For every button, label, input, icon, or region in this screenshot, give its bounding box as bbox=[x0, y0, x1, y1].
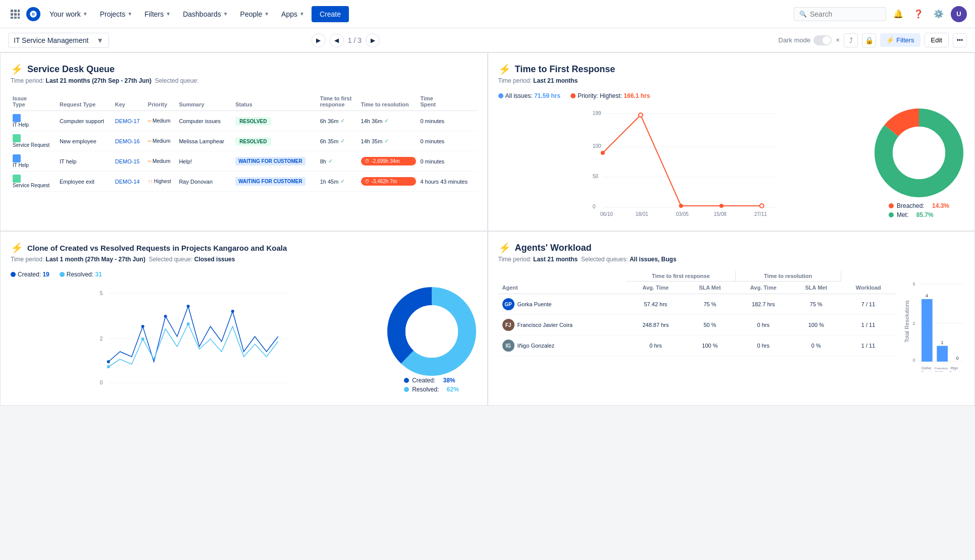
sla-resolution-cell: 0 % bbox=[792, 335, 841, 356]
bar-chart-svg: 5 2 0 4 1 bbox=[912, 271, 964, 372]
key-cell: DEMO-15 bbox=[113, 151, 146, 172]
donut-chart bbox=[874, 107, 964, 198]
met-legend-item: Met: 85.7% bbox=[889, 211, 949, 218]
priority-icon: ═ bbox=[148, 158, 151, 164]
priority-cell: ═ Medium bbox=[146, 151, 177, 172]
svg-rect-8 bbox=[18, 17, 20, 19]
nav-people[interactable]: People ▼ bbox=[235, 7, 275, 21]
project-name: IT Service Management bbox=[14, 36, 88, 44]
sla-resolution-cell: 100 % bbox=[792, 315, 841, 335]
logo[interactable] bbox=[26, 7, 40, 21]
svg-text:Iñigo: Iñigo bbox=[950, 366, 958, 370]
donut-legend: Breached: 14.3% Met: 85.7% bbox=[889, 202, 949, 220]
create-button[interactable]: Create bbox=[312, 6, 349, 22]
issue-key-link[interactable]: DEMO-16 bbox=[115, 138, 140, 144]
clone-panel-subtitle: Time period: Last 1 month (27th May - 27… bbox=[11, 256, 477, 263]
nav-filters[interactable]: Filters ▼ bbox=[139, 7, 176, 21]
agent-cell: FJ Francisco Javier Coira bbox=[498, 315, 627, 335]
priority-icon: ═ bbox=[148, 138, 151, 144]
clock-icon: ⏱ bbox=[365, 179, 370, 184]
resolved-dot bbox=[60, 272, 65, 277]
grid-menu-icon[interactable] bbox=[8, 7, 22, 21]
search-box[interactable]: 🔍 bbox=[794, 7, 886, 21]
nav-apps[interactable]: Apps ▼ bbox=[276, 7, 310, 21]
issue-icon bbox=[13, 154, 21, 162]
time-resolution-breach: ⏱-3,462h 7m bbox=[361, 177, 417, 186]
service-desk-table-wrap: IssueType Request Type Key Priority Summ… bbox=[11, 92, 477, 192]
dark-mode-switch[interactable] bbox=[813, 35, 832, 45]
svg-text:18/01: 18/01 bbox=[635, 211, 648, 217]
chevron-down-icon: ▼ bbox=[264, 11, 269, 17]
more-options-button[interactable]: ••• bbox=[953, 33, 967, 47]
time-first-response-title: ⚡ Time to First Response bbox=[498, 63, 965, 75]
issue-type-label: Service Request bbox=[13, 142, 49, 148]
issue-key-link[interactable]: DEMO-14 bbox=[115, 179, 140, 185]
time-first-response: 8h ✓ bbox=[320, 158, 357, 164]
svg-point-21 bbox=[759, 204, 763, 208]
legend-red-dot bbox=[571, 93, 576, 98]
check-icon: ✓ bbox=[340, 138, 345, 144]
prev-page-button[interactable]: ◀ bbox=[330, 33, 344, 47]
legend-resolved: Resolved: 31 bbox=[60, 271, 102, 278]
legend-blue-dot bbox=[498, 93, 503, 98]
check-icon: ✓ bbox=[328, 158, 333, 164]
search-input[interactable] bbox=[810, 10, 881, 18]
svg-point-36 bbox=[107, 360, 110, 363]
lock-icon[interactable]: 🔒 bbox=[862, 33, 876, 47]
svg-point-38 bbox=[164, 315, 167, 318]
svg-point-40 bbox=[231, 310, 234, 313]
col-workload: Workload bbox=[841, 271, 896, 294]
col-status: Status bbox=[233, 92, 318, 111]
summary-cell: Help! bbox=[177, 151, 233, 172]
lightning-icon: ⚡ bbox=[11, 63, 23, 75]
service-desk-title: ⚡ Service Desk Queue bbox=[11, 63, 477, 75]
svg-text:0: 0 bbox=[956, 356, 959, 361]
line-chart: 199 100 50 0 bbox=[498, 107, 864, 220]
agents-table: Agent Time to first response Time to res… bbox=[498, 271, 896, 356]
share-icon[interactable]: ⤴ bbox=[844, 33, 858, 47]
svg-point-19 bbox=[679, 204, 683, 208]
svg-text:1: 1 bbox=[941, 340, 943, 345]
settings-icon[interactable]: ⚙️ bbox=[931, 6, 947, 22]
svg-text:Puente: Puente bbox=[921, 371, 933, 372]
help-icon[interactable]: ❓ bbox=[910, 6, 927, 22]
agent-cell: GP Gorka Puente bbox=[498, 294, 627, 315]
issue-type-label: IT Help bbox=[13, 122, 29, 128]
sla-resolution-cell: 75 % bbox=[792, 294, 841, 315]
svg-rect-2 bbox=[18, 10, 20, 12]
donut2-wrap: Created: 38% Resolved: 62% bbox=[386, 286, 477, 395]
filters-button[interactable]: ⚡ Filters bbox=[880, 33, 920, 47]
issue-key-link[interactable]: DEMO-17 bbox=[115, 118, 140, 124]
status-badge: WAITING FOR CUSTOMER bbox=[235, 177, 305, 186]
svg-point-42 bbox=[141, 338, 144, 341]
toggle-close-icon[interactable]: ✕ bbox=[836, 37, 840, 43]
key-cell: DEMO-16 bbox=[113, 131, 146, 151]
project-select[interactable]: IT Service Management ▼ bbox=[8, 33, 109, 48]
status-cell: RESOLVED bbox=[233, 111, 318, 131]
next-page-button[interactable]: ▶ bbox=[366, 33, 380, 47]
priority-icon: ↑↑ bbox=[148, 179, 153, 184]
svg-text:100: 100 bbox=[592, 143, 601, 149]
chevron-down-icon: ▼ bbox=[166, 11, 171, 17]
nav-items: Your work ▼ Projects ▼ Filters ▼ Dashboa… bbox=[44, 6, 790, 22]
play-button[interactable]: ▶ bbox=[312, 33, 326, 47]
legend-priority: Priority: Highest: 166.1 hrs bbox=[571, 92, 650, 99]
nav-projects[interactable]: Projects ▼ bbox=[95, 7, 137, 21]
avatar[interactable]: U bbox=[951, 6, 967, 22]
lightning-icon: ⚡ bbox=[11, 242, 23, 254]
issue-type-cell: IT Help bbox=[11, 111, 58, 131]
nav-dashboards[interactable]: Dashboards ▼ bbox=[178, 7, 233, 21]
issue-key-link[interactable]: DEMO-15 bbox=[115, 158, 140, 164]
time-first-response-panel: ⚡ Time to First Response Time period: La… bbox=[488, 52, 976, 231]
time-first-response-cell: 6h 35m ✓ bbox=[318, 131, 359, 151]
agent-avatar: FJ bbox=[502, 319, 515, 331]
svg-text:0: 0 bbox=[913, 358, 915, 363]
dark-mode-label: Dark mode bbox=[779, 36, 811, 44]
svg-text:Francisco: Francisco bbox=[935, 367, 948, 370]
sub-avg-first: Avg. Time bbox=[627, 282, 685, 294]
bar-francisco bbox=[937, 346, 948, 362]
donut2-legend: Created: 38% Resolved: 62% bbox=[404, 377, 459, 395]
nav-your-work[interactable]: Your work ▼ bbox=[44, 7, 93, 21]
notifications-icon[interactable]: 🔔 bbox=[890, 6, 906, 22]
edit-button[interactable]: Edit bbox=[925, 33, 949, 47]
